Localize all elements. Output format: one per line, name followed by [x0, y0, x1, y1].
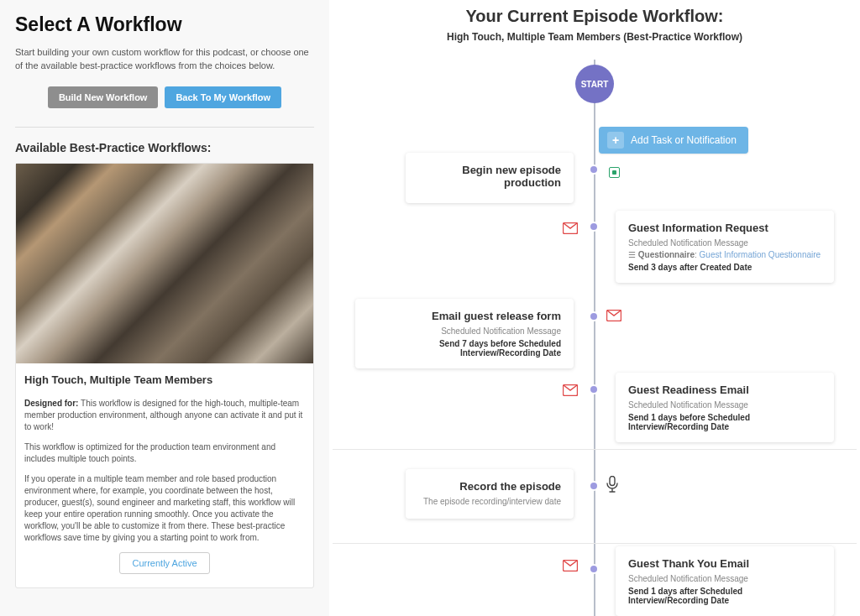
card-send-schedule: Send 3 days after Created Date — [628, 263, 821, 272]
current-workflow-subheading: High Touch, Multiple Team Members (Best-… — [329, 31, 860, 43]
page-title: Select A Workflow — [15, 13, 314, 36]
card-meta-questionnaire: ☰ Questionnaire: Guest Information Quest… — [628, 249, 821, 261]
envelope-icon — [606, 310, 621, 321]
card-note: The episode recording/interview date — [418, 496, 561, 508]
card-title: Guest Readiness Email — [628, 384, 821, 396]
available-workflows-heading: Available Best-Practice Workflows: — [15, 141, 314, 154]
workflow-card-image — [16, 164, 313, 363]
workflow-card-paragraph-1: Designed for: This workflow is designed … — [24, 398, 305, 433]
card-title: Guest Information Request — [628, 222, 821, 234]
envelope-icon — [563, 560, 578, 572]
section-divider — [333, 449, 857, 450]
timeline-dot[interactable] — [589, 222, 599, 232]
timeline-dot[interactable] — [589, 311, 599, 321]
currently-active-button[interactable]: Currently Active — [119, 552, 209, 574]
svg-rect-3 — [610, 477, 615, 486]
card-meta: Scheduled Notification Message — [368, 326, 561, 337]
card-meta: Scheduled Notification Message — [628, 573, 821, 585]
designed-for-label: Designed for: — [24, 399, 78, 408]
timeline-card-release-form[interactable]: Email guest release form Scheduled Notif… — [355, 299, 574, 368]
left-panel: Select A Workflow Start building your ow… — [0, 0, 329, 616]
timeline-card-thank-you-email[interactable]: Guest Thank You Email Scheduled Notifica… — [616, 546, 834, 616]
card-send-schedule: Send 1 days after Scheduled Interview/Re… — [628, 587, 821, 605]
timeline-dot[interactable] — [589, 564, 599, 574]
build-workflow-button[interactable]: Build New Workflow — [48, 86, 159, 108]
timeline-dot[interactable] — [589, 164, 599, 175]
right-header: Your Current Episode Workflow: High Touc… — [329, 0, 860, 43]
divider — [15, 127, 314, 128]
timeline: START + Add Task or Notification — [329, 60, 860, 616]
workflow-card-paragraph-3: If you operate in a multiple team member… — [24, 473, 305, 544]
timeline-dot[interactable] — [589, 481, 599, 491]
questionnaire-label: Questionnaire — [638, 250, 695, 259]
card-title: Begin new episode production — [418, 164, 561, 189]
card-title: Email guest release form — [368, 310, 561, 322]
intro-text: Start building your own custom workflow … — [15, 46, 314, 73]
timeline-line — [594, 60, 595, 616]
microphone-icon — [606, 476, 618, 496]
plus-icon: + — [607, 132, 624, 149]
action-button-row: Build New Workflow Back To My Workflow — [15, 86, 314, 108]
timeline-card-guest-info-request[interactable]: Guest Information Request Scheduled Noti… — [616, 211, 834, 283]
card-title: Guest Thank You Email — [628, 557, 821, 570]
calendar-icon — [609, 167, 620, 178]
list-icon: ☰ — [628, 250, 638, 259]
envelope-icon — [563, 384, 578, 396]
current-workflow-heading: Your Current Episode Workflow: — [329, 7, 860, 26]
add-task-label: Add Task or Notification — [631, 134, 737, 146]
back-to-workflow-button[interactable]: Back To My Workflow — [165, 86, 281, 108]
card-title: Record the episode — [418, 480, 561, 493]
timeline-card-readiness-email[interactable]: Guest Readiness Email Scheduled Notifica… — [616, 373, 834, 442]
timeline-card-record-episode[interactable]: Record the episode The episode recording… — [406, 469, 574, 519]
card-send-schedule: Send 1 days before Scheduled Interview/R… — [628, 413, 821, 431]
right-panel: Your Current Episode Workflow: High Touc… — [329, 0, 860, 616]
questionnaire-link[interactable]: Guest Information Questionnaire — [700, 250, 821, 259]
workflow-card-body: High Touch, Multiple Team Members Design… — [16, 363, 313, 574]
envelope-icon — [563, 222, 578, 234]
card-send-schedule: Send 7 days before Scheduled Interview/R… — [368, 339, 561, 358]
section-divider — [333, 543, 857, 544]
workflow-card-paragraph-2: This workflow is optimized for the produ… — [24, 441, 305, 465]
card-meta: Scheduled Notification Message — [628, 399, 821, 411]
timeline-card-begin-production[interactable]: Begin new episode production — [406, 153, 574, 203]
start-node[interactable]: START — [575, 65, 614, 103]
timeline-dot[interactable] — [589, 384, 599, 394]
card-meta: Scheduled Notification Message — [628, 238, 821, 249]
workflow-card-title: High Touch, Multiple Team Members — [24, 373, 305, 386]
add-task-button[interactable]: + Add Task or Notification — [599, 127, 748, 154]
workflow-card: High Touch, Multiple Team Members Design… — [15, 163, 314, 588]
